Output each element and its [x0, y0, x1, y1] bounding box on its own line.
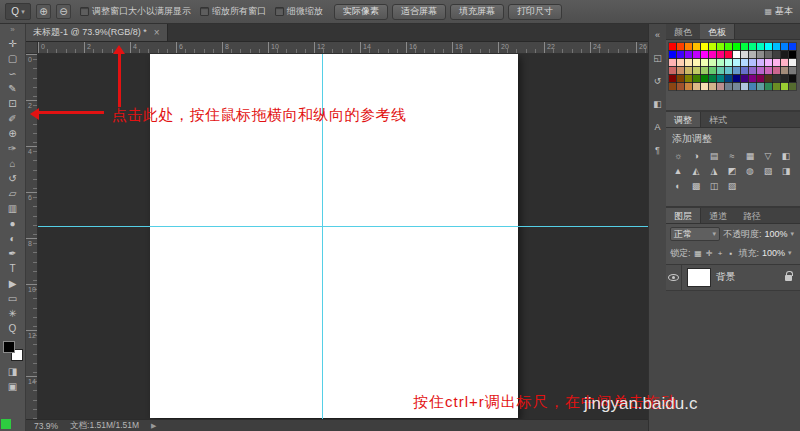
color-swatch[interactable]: [677, 67, 684, 74]
visibility-toggle[interactable]: [666, 265, 682, 290]
color-swatch[interactable]: [677, 43, 684, 50]
color-swatch[interactable]: [733, 67, 740, 74]
workspace-switcher[interactable]: ▦ 基本: [764, 5, 795, 18]
color-swatch[interactable]: [781, 67, 788, 74]
tool-mode-button[interactable]: ◨: [1, 364, 25, 379]
color-swatch[interactable]: [701, 67, 708, 74]
checkbox-box[interactable]: [80, 7, 89, 16]
color-swatch[interactable]: [669, 67, 676, 74]
color-swatch[interactable]: [781, 75, 788, 82]
tab-styles[interactable]: 样式: [701, 112, 735, 127]
color-swatch[interactable]: [717, 43, 724, 50]
color-swatch[interactable]: [693, 43, 700, 50]
tab-layers[interactable]: 图层: [666, 208, 701, 223]
color-swatch[interactable]: [693, 83, 700, 90]
lock-option-icon[interactable]: ✛: [705, 249, 714, 258]
color-swatch[interactable]: [773, 51, 780, 58]
checkbox-box[interactable]: [200, 7, 209, 16]
collapse-toolbar-icon[interactable]: »: [0, 24, 25, 36]
color-swatch[interactable]: [725, 67, 732, 74]
color-swatch[interactable]: [717, 83, 724, 90]
lock-option-icon[interactable]: +: [716, 249, 725, 258]
current-tool-icon[interactable]: Q ▾: [5, 3, 31, 20]
color-swatch[interactable]: [741, 59, 748, 66]
tool-button[interactable]: ▥: [1, 201, 25, 216]
tool-button[interactable]: ⊕: [1, 126, 25, 141]
options-button[interactable]: 实际像素: [334, 4, 388, 20]
color-swatch[interactable]: [749, 59, 756, 66]
zoom-level[interactable]: 73.9%: [34, 421, 58, 431]
color-swatch[interactable]: [757, 59, 764, 66]
color-swatch[interactable]: [701, 83, 708, 90]
color-swatch[interactable]: [757, 43, 764, 50]
tab-channels[interactable]: 通道: [701, 208, 735, 223]
color-swatch[interactable]: [725, 43, 732, 50]
color-swatch[interactable]: [741, 75, 748, 82]
options-button[interactable]: 打印尺寸: [508, 4, 562, 20]
tool-button[interactable]: ✐: [1, 111, 25, 126]
option-checkbox[interactable]: 缩放所有窗口: [200, 5, 266, 18]
color-swatch[interactable]: [685, 67, 692, 74]
color-swatch[interactable]: [669, 51, 676, 58]
color-swatch[interactable]: [789, 43, 796, 50]
zoom-out-button[interactable]: ⊖: [56, 4, 71, 19]
color-swatch[interactable]: [757, 67, 764, 74]
status-menu-arrow-icon[interactable]: ▶: [151, 422, 156, 430]
color-swatch[interactable]: [669, 83, 676, 90]
color-swatch[interactable]: [757, 83, 764, 90]
foreground-background-swatch[interactable]: [3, 341, 23, 361]
color-swatch[interactable]: [741, 83, 748, 90]
color-swatch[interactable]: [701, 59, 708, 66]
chevron-down-icon[interactable]: ▾: [791, 230, 795, 238]
tool-button[interactable]: ▶: [1, 276, 25, 291]
tab-color[interactable]: 颜色: [666, 24, 700, 39]
color-swatch[interactable]: [677, 51, 684, 58]
dock-panel-icon[interactable]: A: [651, 121, 665, 133]
color-swatch[interactable]: [701, 51, 708, 58]
tool-button[interactable]: ↺: [1, 171, 25, 186]
foreground-color-swatch[interactable]: [3, 341, 15, 353]
color-swatch[interactable]: [717, 51, 724, 58]
tool-button[interactable]: ⊡: [1, 96, 25, 111]
adjustment-icon[interactable]: ◍: [742, 165, 758, 178]
tool-button[interactable]: ✒: [1, 246, 25, 261]
color-swatch[interactable]: [693, 75, 700, 82]
dock-panel-icon[interactable]: ↺: [651, 75, 665, 87]
color-swatch[interactable]: [669, 75, 676, 82]
color-swatch[interactable]: [685, 75, 692, 82]
color-swatch[interactable]: [749, 51, 756, 58]
color-swatch[interactable]: [765, 83, 772, 90]
color-swatch[interactable]: [693, 59, 700, 66]
color-swatch[interactable]: [709, 75, 716, 82]
color-swatch[interactable]: [749, 43, 756, 50]
color-swatch[interactable]: [669, 43, 676, 50]
color-swatch[interactable]: [781, 59, 788, 66]
color-swatch[interactable]: [765, 67, 772, 74]
color-swatch[interactable]: [701, 43, 708, 50]
color-swatch[interactable]: [789, 59, 796, 66]
color-swatch[interactable]: [709, 51, 716, 58]
tool-mode-button[interactable]: ▣: [1, 379, 25, 394]
color-swatch[interactable]: [773, 83, 780, 90]
color-swatch[interactable]: [669, 59, 676, 66]
color-swatch[interactable]: [677, 59, 684, 66]
color-swatch[interactable]: [773, 75, 780, 82]
adjustment-icon[interactable]: ▧: [760, 165, 776, 178]
tool-button[interactable]: ▱: [1, 186, 25, 201]
ruler-origin-corner[interactable]: [26, 42, 38, 54]
color-swatch[interactable]: [725, 83, 732, 90]
tool-button[interactable]: T: [1, 261, 25, 276]
adjustment-icon[interactable]: ≈: [724, 150, 740, 163]
color-swatch[interactable]: [749, 75, 756, 82]
adjustment-icon[interactable]: ▲: [670, 165, 686, 178]
adjustment-icon[interactable]: ◑: [688, 150, 704, 163]
dock-panel-icon[interactable]: «: [651, 29, 665, 41]
color-swatch[interactable]: [709, 59, 716, 66]
dock-panel-icon[interactable]: ¶: [651, 144, 665, 156]
close-icon[interactable]: ×: [154, 27, 160, 38]
tool-button[interactable]: ●: [1, 216, 25, 231]
color-swatch[interactable]: [789, 83, 796, 90]
tool-button[interactable]: Q: [1, 321, 25, 336]
lock-option-icon[interactable]: ▪: [727, 249, 736, 258]
options-button[interactable]: 填充屏幕: [450, 4, 504, 20]
